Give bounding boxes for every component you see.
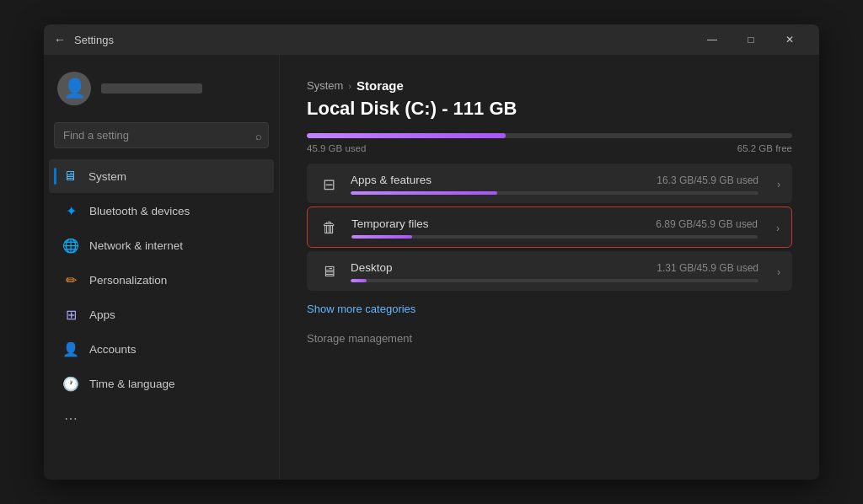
personalization-icon: ✏ [62, 271, 79, 288]
sidebar-item-label-time: Time & language [89, 378, 175, 390]
window-title: Settings [74, 34, 693, 46]
category-size-desktop: 1.31 GB/45.9 GB used [657, 262, 758, 274]
system-icon: 🖥 [62, 168, 78, 185]
accounts-icon: 👤 [62, 340, 79, 357]
search-icon: ⌕ [255, 129, 262, 142]
profile-name-placeholder [101, 83, 202, 94]
main-content: System › Storage Local Disk (C:) - 111 G… [280, 55, 819, 480]
category-bar-track-desktop [351, 279, 758, 282]
partial-icon: ⋯ [62, 410, 79, 426]
storage-bar-section: 45.9 GB used 65.2 GB free [307, 133, 792, 153]
category-item-apps[interactable]: ⊟ Apps & features 16.3 GB/45.9 GB used › [307, 164, 792, 203]
apps-features-icon: ⊟ [319, 175, 339, 194]
sidebar-item-label-apps: Apps [89, 308, 115, 321]
sidebar-item-system[interactable]: 🖥 System [49, 159, 274, 193]
chevron-right-icon-apps: › [777, 179, 780, 190]
settings-window: ← Settings — □ ✕ 👤 ⌕ [44, 24, 819, 480]
window-controls: — □ ✕ [693, 26, 809, 53]
maximize-button[interactable]: □ [732, 26, 770, 53]
category-item-desktop[interactable]: 🖥 Desktop 1.31 GB/45.9 GB used › [307, 251, 792, 291]
category-name-apps: Apps & features [351, 174, 432, 186]
close-button[interactable]: ✕ [770, 26, 809, 53]
sidebar-item-personalization[interactable]: ✏ Personalization [49, 263, 274, 297]
breadcrumb: System › Storage [307, 78, 792, 93]
sidebar-item-label-network: Network & internet [89, 239, 183, 252]
content-area: 👤 ⌕ 🖥 System ✦ Bluetooth & devic [44, 55, 819, 480]
chevron-right-icon-temp: › [776, 223, 780, 234]
desktop-icon: 🖥 [319, 263, 339, 281]
category-header-temp: Temporary files 6.89 GB/45.9 GB used [351, 217, 758, 230]
category-bar-fill-temp [351, 235, 412, 239]
breadcrumb-current: Storage [356, 78, 404, 93]
storage-used-label: 45.9 GB used [307, 143, 366, 153]
chevron-right-icon-desktop: › [777, 266, 780, 278]
sidebar: 👤 ⌕ 🖥 System ✦ Bluetooth & devic [44, 55, 280, 480]
bluetooth-icon: ✦ [62, 202, 79, 219]
back-button[interactable]: ← [54, 33, 66, 46]
category-body-desktop: Desktop 1.31 GB/45.9 GB used [351, 261, 758, 282]
storage-management-label: Storage management [307, 332, 792, 346]
storage-bar-track [307, 133, 792, 138]
minimize-button[interactable]: — [693, 26, 732, 53]
category-item-temp[interactable]: 🗑 Temporary files 6.89 GB/45.9 GB used › [307, 206, 792, 248]
category-header-desktop: Desktop 1.31 GB/45.9 GB used [351, 261, 758, 274]
category-size-apps: 16.3 GB/45.9 GB used [657, 174, 758, 186]
profile-section: 👤 [44, 65, 279, 119]
storage-bar-fill [307, 133, 506, 138]
breadcrumb-parent: System [307, 79, 343, 92]
show-more-button[interactable]: Show more categories [307, 299, 415, 319]
category-body-apps: Apps & features 16.3 GB/45.9 GB used [351, 174, 758, 195]
category-body-temp: Temporary files 6.89 GB/45.9 GB used [351, 217, 758, 239]
temp-files-icon: 🗑 [319, 219, 340, 237]
category-size-temp: 6.89 GB/45.9 GB used [656, 218, 758, 230]
network-icon: 🌐 [62, 237, 79, 254]
sidebar-item-network[interactable]: 🌐 Network & internet [49, 228, 274, 262]
category-bar-fill-desktop [351, 279, 367, 282]
category-bar-fill-apps [351, 191, 497, 195]
page-title: Local Disk (C:) - 111 GB [307, 98, 792, 120]
breadcrumb-separator: › [348, 81, 351, 91]
titlebar: ← Settings — □ ✕ [44, 24, 819, 55]
nav-list: 🖥 System ✦ Bluetooth & devices 🌐 Network… [44, 158, 279, 436]
search-box: ⌕ [54, 122, 269, 148]
sidebar-item-apps[interactable]: ⊞ Apps [49, 298, 274, 331]
search-input[interactable] [54, 122, 269, 148]
active-indicator [54, 168, 56, 185]
category-list: ⊟ Apps & features 16.3 GB/45.9 GB used › [307, 164, 792, 291]
storage-labels: 45.9 GB used 65.2 GB free [307, 143, 792, 153]
sidebar-item-time[interactable]: 🕐 Time & language [49, 367, 274, 400]
sidebar-item-accounts[interactable]: 👤 Accounts [49, 332, 274, 366]
sidebar-item-label-system: System [88, 170, 126, 183]
sidebar-item-label-bluetooth: Bluetooth & devices [89, 205, 190, 217]
category-bar-track-temp [351, 235, 758, 239]
avatar: 👤 [57, 72, 91, 105]
category-bar-track-apps [351, 191, 758, 195]
user-icon: 👤 [63, 78, 86, 99]
apps-icon: ⊞ [62, 306, 79, 323]
time-icon: 🕐 [62, 375, 79, 392]
storage-free-label: 65.2 GB free [737, 143, 792, 153]
sidebar-item-more[interactable]: ⋯ [49, 401, 274, 435]
category-name-desktop: Desktop [351, 261, 393, 274]
category-header-apps: Apps & features 16.3 GB/45.9 GB used [351, 174, 758, 186]
sidebar-item-label-personalization: Personalization [89, 274, 167, 287]
sidebar-item-bluetooth[interactable]: ✦ Bluetooth & devices [49, 194, 274, 228]
sidebar-item-label-accounts: Accounts [89, 343, 137, 356]
category-name-temp: Temporary files [351, 217, 429, 230]
